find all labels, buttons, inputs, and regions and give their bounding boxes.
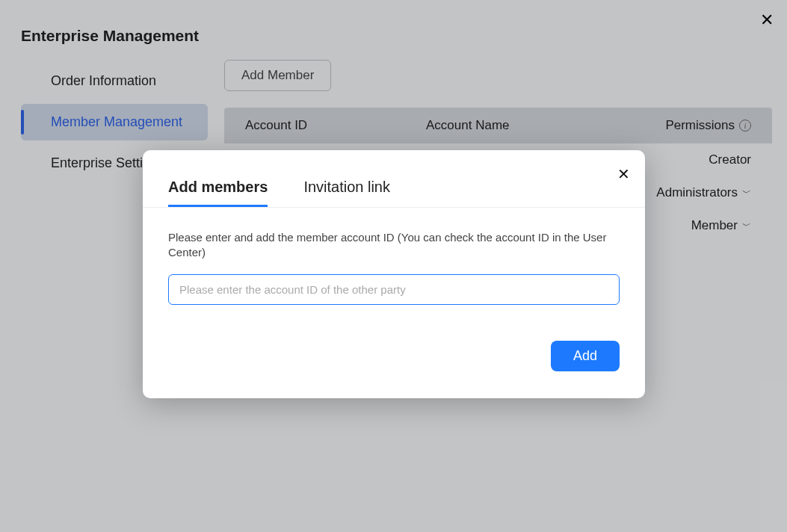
column-header-account-id: Account ID: [224, 118, 426, 133]
permission-label: Member: [691, 218, 738, 233]
tab-add-members[interactable]: Add members: [168, 179, 268, 207]
page-title: Enterprise Management: [21, 27, 199, 45]
modal-close-icon[interactable]: ✕: [617, 165, 630, 183]
sidebar-item-label: Order Information: [51, 73, 156, 88]
permission-dropdown[interactable]: Administrators ﹀: [650, 185, 772, 200]
divider: [143, 207, 645, 208]
page-close-icon[interactable]: ✕: [760, 10, 774, 30]
permission-label: Administrators: [656, 185, 738, 200]
add-member-button[interactable]: Add Member: [224, 60, 331, 91]
column-header-permissions: Permissions i: [650, 118, 772, 133]
sidebar-item-order-information[interactable]: Order Information: [21, 63, 208, 99]
permission-label: Creator: [709, 152, 751, 167]
modal-tabs: Add members Invitation link: [143, 150, 645, 207]
tab-invitation-link[interactable]: Invitation link: [303, 179, 390, 207]
table-header: Account ID Account Name Permissions i: [224, 108, 772, 143]
modal-description: Please enter and add the member account …: [143, 221, 645, 261]
column-header-account-name: Account Name: [426, 118, 650, 133]
chevron-down-icon: ﹀: [742, 220, 751, 232]
account-id-input[interactable]: [168, 274, 620, 305]
column-header-permissions-label: Permissions: [665, 118, 735, 133]
permission-dropdown[interactable]: Member ﹀: [650, 218, 772, 233]
sidebar-item-member-management[interactable]: Member Management: [21, 104, 208, 140]
chevron-down-icon: ﹀: [742, 187, 751, 200]
add-member-modal: ✕ Add members Invitation link Please ent…: [143, 150, 645, 398]
sidebar-item-label: Member Management: [51, 114, 182, 129]
info-icon[interactable]: i: [739, 120, 751, 132]
modal-actions: Add: [143, 305, 645, 371]
add-button[interactable]: Add: [551, 341, 620, 371]
